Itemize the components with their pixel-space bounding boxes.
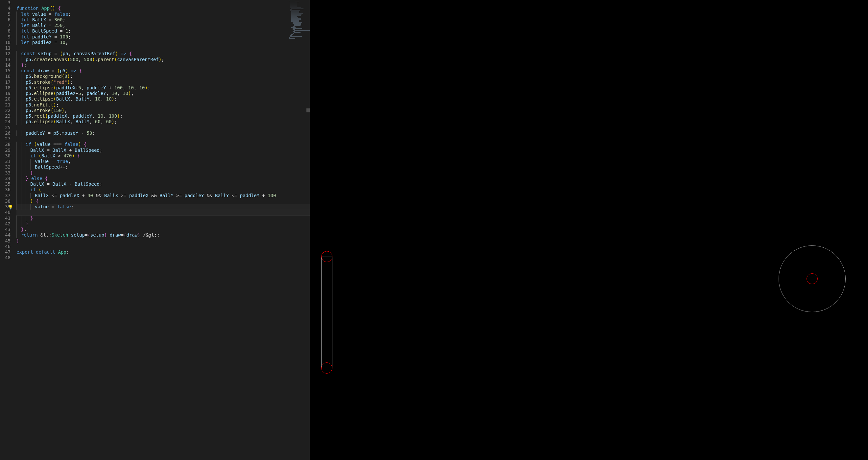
p5-canvas[interactable] xyxy=(310,0,868,460)
lightbulb-icon[interactable]: 💡 xyxy=(8,204,13,210)
code-line[interactable]: const draw = (p5) => { xyxy=(17,68,310,74)
line-number: 25 xyxy=(0,125,17,130)
code-line[interactable]: p5.ellipse(paddleX+5, paddleY, 10, 10); xyxy=(17,91,310,96)
code-line[interactable]: value = false;💡 xyxy=(17,204,310,210)
line-number: 47 xyxy=(0,250,17,255)
line-number: 9 xyxy=(0,34,17,40)
code-line[interactable]: }; xyxy=(17,62,310,68)
line-number: 19 xyxy=(0,91,17,96)
line-number: 18 xyxy=(0,85,17,91)
line-number: 48 xyxy=(0,255,17,261)
line-number: 8 xyxy=(0,28,17,34)
code-line[interactable] xyxy=(17,136,310,142)
paddle-bottom-dot xyxy=(321,362,332,373)
code-line[interactable]: let BallSpeed = 1; xyxy=(17,28,310,34)
code-line[interactable]: BallX <= paddleX + 40 && BallX >= paddle… xyxy=(17,193,310,198)
line-number: 41 xyxy=(0,216,17,221)
code-line[interactable]: BallSpeed++; xyxy=(17,164,310,170)
line-number: 28 xyxy=(0,142,17,147)
code-line[interactable]: p5.background(0); xyxy=(17,74,310,79)
line-number: 20 xyxy=(0,96,17,102)
line-number: 22 xyxy=(0,108,17,113)
code-line[interactable]: let BallX = 300; xyxy=(17,17,310,23)
code-line[interactable]: p5.stroke(150); xyxy=(17,108,310,113)
code-line[interactable]: p5.rect(paddleX, paddleY, 10, 100); xyxy=(17,113,310,119)
editor-scrollbar-thumb[interactable] xyxy=(306,108,310,112)
line-number: 33 xyxy=(0,170,17,176)
line-number: 23 xyxy=(0,113,17,119)
code-line[interactable] xyxy=(17,210,310,215)
code-line[interactable]: return &lt;Sketch setup={setup} draw={dr… xyxy=(17,232,310,238)
line-number: 32 xyxy=(0,164,17,170)
line-number: 37 xyxy=(0,193,17,198)
line-number: 30 xyxy=(0,153,17,159)
code-line[interactable]: p5.createCanvas(500, 500).parent(canvasP… xyxy=(17,57,310,62)
line-number: 13 xyxy=(0,57,17,62)
line-number: 34 xyxy=(0,176,17,182)
line-number: 45 xyxy=(0,238,17,244)
line-number: 16 xyxy=(0,74,17,79)
line-number: 3 xyxy=(0,0,17,6)
line-number: 10 xyxy=(0,40,17,45)
line-number: 29 xyxy=(0,147,17,153)
code-line[interactable]: p5.ellipse(BallX, BallY, 60, 60); xyxy=(17,119,310,125)
code-line[interactable]: let paddleX = 10; xyxy=(17,40,310,45)
line-number: 21 xyxy=(0,102,17,108)
paddle-rect xyxy=(321,257,332,368)
code-line[interactable]: export default App; xyxy=(17,250,310,255)
code-line[interactable]: let value = false; xyxy=(17,11,310,17)
code-line[interactable]: value = true; xyxy=(17,159,310,164)
code-line[interactable]: } xyxy=(17,238,310,244)
paddle-top-dot xyxy=(321,251,332,262)
code-line[interactable]: let BallY = 250; xyxy=(17,23,310,28)
line-number: 26 xyxy=(0,130,17,136)
code-line[interactable]: ) { xyxy=(17,198,310,204)
code-line[interactable]: if (BallX > 470) { xyxy=(17,153,310,159)
line-number: 38 xyxy=(0,198,17,204)
code-line[interactable]: paddleY = p5.mouseY - 50; xyxy=(17,130,310,136)
line-number: 40 xyxy=(0,210,17,215)
code-line[interactable]: BallX = BallX + BallSpeed; xyxy=(17,147,310,153)
code-line[interactable]: const setup = (p5, canvasParentRef) => { xyxy=(17,51,310,57)
line-number: 11 xyxy=(0,45,17,51)
code-line[interactable]: BallX = BallX - BallSpeed; xyxy=(17,182,310,187)
app-root: 3456789101112131415161718192021222324252… xyxy=(0,0,868,460)
code-line[interactable]: }; xyxy=(17,227,310,232)
code-line[interactable] xyxy=(17,0,310,6)
code-line[interactable]: p5.ellipse(paddleX+5, paddleY + 100, 10,… xyxy=(17,85,310,91)
code-line[interactable]: } xyxy=(17,170,310,176)
line-number: 35 xyxy=(0,182,17,187)
code-line[interactable]: function App() { xyxy=(17,6,310,11)
line-number: 42 xyxy=(0,221,17,227)
line-number: 46 xyxy=(0,244,17,250)
line-number: 17 xyxy=(0,79,17,85)
code-line[interactable] xyxy=(17,255,310,261)
code-line[interactable] xyxy=(17,125,310,130)
line-number: 27 xyxy=(0,136,17,142)
code-line[interactable] xyxy=(17,244,310,250)
preview-pane xyxy=(310,0,868,460)
code-line[interactable]: if ( xyxy=(17,187,310,193)
line-number: 43 xyxy=(0,227,17,232)
line-number: 6 xyxy=(0,17,17,23)
code-line[interactable]: if (value === false) { xyxy=(17,142,310,147)
code-area[interactable]: function App() {let value = false;let Ba… xyxy=(17,0,310,460)
code-line[interactable]: p5.ellipse(BallX, BallY, 10, 10); xyxy=(17,96,310,102)
code-line[interactable]: p5.stroke("red"); xyxy=(17,79,310,85)
code-line[interactable]: p5.noFill(); xyxy=(17,102,310,108)
code-line[interactable]: } xyxy=(17,221,310,227)
line-number: 31 xyxy=(0,159,17,164)
code-editor-pane[interactable]: 3456789101112131415161718192021222324252… xyxy=(0,0,310,460)
line-number: 7 xyxy=(0,23,17,28)
line-number: 15 xyxy=(0,68,17,74)
code-line[interactable]: let paddleY = 100; xyxy=(17,34,310,40)
code-line[interactable] xyxy=(17,45,310,51)
line-number: 44 xyxy=(0,232,17,238)
line-number-gutter: 3456789101112131415161718192021222324252… xyxy=(0,0,17,460)
canvas-container xyxy=(310,0,868,460)
line-number: 12 xyxy=(0,51,17,57)
code-line[interactable]: } else { xyxy=(17,176,310,182)
code-line[interactable]: } xyxy=(17,216,310,221)
line-number: 4 xyxy=(0,6,17,11)
line-number: 36 xyxy=(0,187,17,193)
